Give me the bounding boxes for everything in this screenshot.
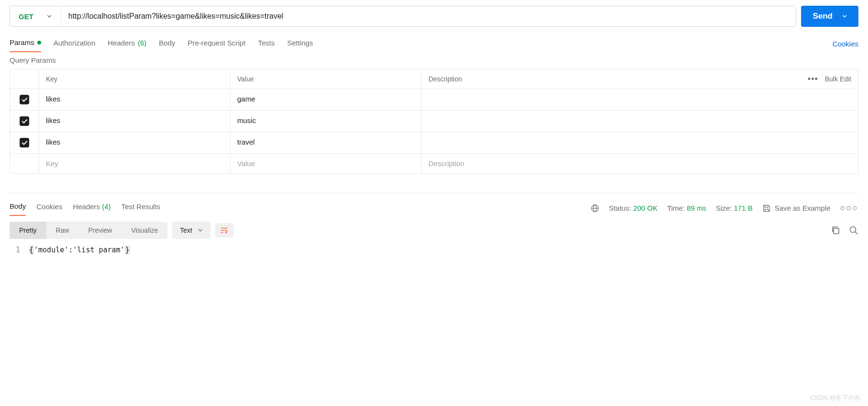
tab-label: Params [10, 38, 34, 46]
row-checkbox[interactable] [20, 116, 29, 126]
table-row: likes travel [10, 132, 858, 154]
tab-count: (4) [102, 203, 110, 211]
line-content[interactable]: {'module':'list param'} [29, 246, 130, 254]
format-label: Text [180, 226, 192, 234]
tab-label: Headers [108, 39, 135, 47]
response-tabs: Body Cookies Headers (4) Test Results St… [10, 200, 858, 216]
tab-headers[interactable]: Headers (6) [108, 36, 146, 52]
status-label: Status: [609, 204, 631, 212]
send-button-label: Send [813, 11, 833, 21]
copy-icon[interactable] [831, 226, 840, 235]
response-tab-headers[interactable]: Headers (4) [73, 201, 110, 215]
more-horizontal-icon[interactable]: ○○○ [840, 203, 858, 213]
cell-description[interactable] [421, 132, 858, 153]
cell-key[interactable]: likes [39, 89, 230, 110]
save-as-example-button[interactable]: Save as Example [762, 204, 831, 213]
cell-key[interactable]: likes [39, 111, 230, 132]
svg-rect-2 [834, 228, 839, 234]
header-value: Value [230, 69, 421, 89]
more-options-icon[interactable]: ••• [808, 74, 818, 84]
status-dot-icon [37, 41, 41, 45]
view-tab-pretty[interactable]: Pretty [10, 222, 46, 239]
response-toolbar: Pretty Raw Preview Visualize Text [10, 222, 858, 239]
save-icon [762, 204, 771, 213]
view-tab-visualize[interactable]: Visualize [121, 222, 167, 239]
size-group: Size: 171 B [716, 204, 753, 212]
http-method-select[interactable]: GET [10, 6, 61, 26]
method-url-group: GET [10, 6, 796, 27]
response-line: 1 {'module':'list param'} [10, 246, 858, 254]
placeholder-key[interactable]: Key [39, 154, 230, 173]
response-tab-cookies[interactable]: Cookies [36, 201, 62, 215]
save-example-label: Save as Example [775, 204, 831, 212]
url-input[interactable] [61, 6, 796, 26]
status-value: 200 OK [633, 204, 658, 212]
request-bar: GET Send [10, 6, 858, 27]
row-checkbox[interactable] [20, 138, 29, 147]
cookies-link[interactable]: Cookies [833, 40, 858, 48]
tab-pre-request-script[interactable]: Pre-request Script [188, 36, 246, 52]
cell-value[interactable]: travel [230, 132, 421, 153]
request-tabs: Params Authorization Headers (6) Body Pr… [10, 35, 858, 52]
tab-tests[interactable]: Tests [258, 36, 275, 52]
chevron-down-icon [47, 14, 52, 19]
response-tab-body[interactable]: Body [10, 200, 26, 216]
tab-body[interactable]: Body [159, 36, 175, 52]
placeholder-description[interactable]: Description [421, 154, 858, 173]
tab-count: (6) [138, 39, 146, 47]
time-value: 89 ms [687, 204, 706, 212]
tab-settings[interactable]: Settings [287, 36, 313, 52]
svg-point-3 [850, 227, 856, 233]
wrap-lines-button[interactable] [215, 223, 233, 237]
placeholder-value[interactable]: Value [230, 154, 421, 173]
view-tab-raw[interactable]: Raw [46, 222, 79, 239]
time-label: Time: [667, 204, 685, 212]
chevron-down-icon [198, 228, 203, 233]
format-select[interactable]: Text [172, 222, 210, 239]
response-status-area: Status: 200 OK Time: 89 ms Size: 171 B S… [591, 203, 858, 213]
search-icon[interactable] [849, 226, 858, 235]
tab-label: Headers [73, 203, 100, 211]
chevron-down-icon [842, 14, 847, 19]
view-mode-tabs: Pretty Raw Preview Visualize [10, 222, 167, 239]
tab-params[interactable]: Params [10, 35, 41, 52]
send-button[interactable]: Send [801, 6, 858, 27]
response-body: 1 {'module':'list param'} [10, 243, 858, 257]
size-value: 171 B [734, 204, 752, 212]
cell-value[interactable]: game [230, 89, 421, 110]
row-checkbox[interactable] [20, 95, 29, 104]
cell-description[interactable] [421, 89, 858, 110]
header-description: Description [421, 69, 791, 89]
time-group: Time: 89 ms [667, 204, 706, 212]
tab-authorization[interactable]: Authorization [54, 36, 96, 52]
header-key: Key [39, 69, 230, 89]
status-group: Status: 200 OK [609, 204, 658, 212]
globe-icon[interactable] [591, 204, 599, 213]
line-number: 1 [10, 246, 29, 254]
http-method-label: GET [19, 12, 33, 21]
view-tab-preview[interactable]: Preview [79, 222, 122, 239]
cell-value[interactable]: music [230, 111, 421, 132]
table-row: likes game [10, 89, 858, 111]
bulk-edit-link[interactable]: Bulk Edit [825, 75, 851, 83]
table-row: likes music [10, 111, 858, 132]
response-section: Body Cookies Headers (4) Test Results St… [10, 193, 858, 257]
body-text: 'module':'list param' [34, 246, 125, 254]
table-row-placeholder: Key Value Description [10, 154, 858, 173]
query-params-title: Query Params [10, 56, 858, 64]
query-params-table: Key Value Description ••• Bulk Edit like… [10, 69, 858, 174]
table-header: Key Value Description ••• Bulk Edit [10, 69, 858, 89]
response-tab-test-results[interactable]: Test Results [121, 201, 161, 215]
cell-description[interactable] [421, 111, 858, 132]
cell-key[interactable]: likes [39, 132, 230, 153]
size-label: Size: [716, 204, 732, 212]
